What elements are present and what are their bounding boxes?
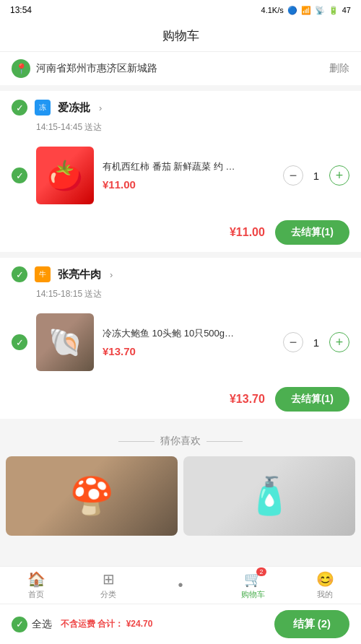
nav-item-mine[interactable]: 😊 我的 bbox=[289, 567, 361, 604]
product-price-2: ¥13.70 bbox=[103, 345, 274, 357]
select-all-label: 全选 bbox=[32, 618, 52, 631]
mine-icon: 😊 bbox=[316, 570, 334, 588]
nav-label-mine: 我的 bbox=[317, 589, 333, 600]
recommend-item-2[interactable]: 🧴 bbox=[183, 456, 355, 536]
store-card-1: ✓ 冻 爱冻批 › 14:15-14:45 送达 ✓ 🍅 有机西红柿 番茄 新鲜… bbox=[0, 91, 361, 252]
quantity-decrease-2[interactable]: − bbox=[283, 332, 303, 352]
card-footer-1: ¥11.00 去结算(1) bbox=[0, 213, 361, 252]
footer-total-1: ¥11.00 bbox=[230, 226, 265, 239]
store-arrow-1: › bbox=[99, 103, 102, 113]
nav-item-home[interactable]: 🏠 首页 bbox=[0, 567, 72, 604]
page-title: 购物车 bbox=[162, 27, 199, 44]
store-header-2[interactable]: ✓ 牛 张亮牛肉 › bbox=[0, 258, 361, 288]
select-all[interactable]: ✓ 全选 bbox=[12, 617, 52, 632]
product-row-2: ✓ 🐚 冷冻大鲍鱼 10头鲍 10只500g… ¥13.70 − 1 + bbox=[0, 308, 361, 380]
product-image-1: 🍅 bbox=[36, 147, 94, 204]
product-qty-1: − 1 + bbox=[283, 165, 349, 186]
delivery-time-1: 14:15-14:45 送达 bbox=[0, 121, 361, 141]
store-arrow-2: › bbox=[110, 269, 113, 280]
store-check-2[interactable]: ✓ bbox=[12, 266, 27, 282]
product-check-2[interactable]: ✓ bbox=[12, 334, 27, 350]
footer-total-2: ¥13.70 bbox=[230, 393, 265, 406]
bottom-checkout-button[interactable]: 结算 (2) bbox=[274, 610, 350, 638]
checkout-btn-1[interactable]: 去结算(1) bbox=[275, 220, 349, 245]
product-image-2: 🐚 bbox=[36, 313, 94, 371]
nav-bar: 🏠 首页 ⊞ 分类 • 🛒 2 购物车 😊 我的 bbox=[0, 566, 361, 604]
cart-badge: 2 bbox=[256, 567, 266, 576]
quantity-increase-1[interactable]: + bbox=[329, 165, 349, 186]
total-amount: ¥24.70 bbox=[126, 619, 153, 629]
store-check-1[interactable]: ✓ bbox=[12, 100, 27, 116]
home-icon: 🏠 bbox=[27, 570, 45, 588]
select-all-check[interactable]: ✓ bbox=[12, 617, 27, 632]
store-header-1[interactable]: ✓ 冻 爱冻批 › bbox=[0, 91, 361, 121]
signal-icon: 📶 bbox=[301, 6, 311, 15]
network-speed: 4.1K/s bbox=[261, 6, 284, 14]
card-footer-2: ¥13.70 去结算(1) bbox=[0, 380, 361, 419]
recommendation-grid: 🍄 🧴 bbox=[0, 456, 361, 536]
recommendation-title: 猜你喜欢 bbox=[0, 435, 361, 448]
quantity-value-2: 1 bbox=[310, 336, 322, 349]
store-icon-1: 冻 bbox=[35, 100, 51, 116]
battery-icon: 🔋 bbox=[329, 6, 339, 15]
product-check-1[interactable]: ✓ bbox=[12, 167, 27, 183]
category-icon: ⊞ bbox=[103, 570, 115, 588]
status-time: 13:54 bbox=[10, 5, 32, 15]
store-name-1: 爱冻批 bbox=[58, 101, 90, 115]
store-name-2: 张亮牛肉 bbox=[58, 268, 101, 282]
recommend-image-2: 🧴 bbox=[183, 456, 355, 536]
location-text: 河南省郑州市惠济区新城路 bbox=[36, 62, 157, 75]
status-bar: 13:54 4.1K/s 🔵 📶 📡 🔋 47 bbox=[0, 0, 361, 20]
status-right: 4.1K/s 🔵 📶 📡 🔋 47 bbox=[261, 6, 351, 15]
delete-location-button[interactable]: 删除 bbox=[329, 62, 349, 75]
page-header: 购物车 bbox=[0, 20, 361, 52]
battery-level: 47 bbox=[342, 6, 351, 14]
bottom-bar: ✓ 全选 不含运费 合计： ¥24.70 结算 (2) bbox=[0, 604, 361, 644]
product-qty-2: − 1 + bbox=[283, 332, 349, 352]
delivery-time-2: 14:15-18:15 送达 bbox=[0, 288, 361, 308]
quantity-value-1: 1 bbox=[310, 170, 322, 182]
nav-label-home: 首页 bbox=[28, 589, 44, 600]
location-icon: 📍 bbox=[12, 59, 30, 78]
recommend-item-1[interactable]: 🍄 bbox=[6, 456, 178, 536]
checkout-btn-2[interactable]: 去结算(1) bbox=[275, 387, 349, 412]
dot-icon: • bbox=[178, 577, 183, 593]
location-left: 📍 河南省郑州市惠济区新城路 bbox=[12, 59, 157, 78]
product-row-1: ✓ 🍅 有机西红柿 番茄 新鲜蔬菜 约 … ¥11.00 − 1 + bbox=[0, 141, 361, 213]
shipping-note: 不含运费 合计： bbox=[61, 619, 123, 629]
product-price-1: ¥11.00 bbox=[103, 178, 274, 191]
nav-item-cart[interactable]: 🛒 2 购物车 bbox=[217, 567, 289, 604]
bluetooth-icon: 🔵 bbox=[287, 6, 297, 15]
product-name-1: 有机西红柿 番茄 新鲜蔬菜 约 … bbox=[103, 160, 274, 173]
cart-badge-wrapper: 🛒 2 bbox=[244, 570, 262, 588]
location-bar[interactable]: 📍 河南省郑州市惠济区新城路 删除 bbox=[0, 52, 361, 85]
product-info-1: 有机西红柿 番茄 新鲜蔬菜 约 … ¥11.00 bbox=[103, 160, 274, 190]
wifi-icon: 📡 bbox=[315, 6, 325, 15]
nav-label-cart: 购物车 bbox=[241, 589, 265, 600]
nav-item-dot: • bbox=[144, 567, 217, 604]
recommend-image-1: 🍄 bbox=[6, 456, 178, 536]
product-info-2: 冷冻大鲍鱼 10头鲍 10只500g… ¥13.70 bbox=[103, 327, 274, 357]
store-card-2: ✓ 牛 张亮牛肉 › 14:15-18:15 送达 ✓ 🐚 冷冻大鲍鱼 10头鲍… bbox=[0, 258, 361, 419]
nav-item-category[interactable]: ⊞ 分类 bbox=[72, 567, 144, 604]
nav-label-category: 分类 bbox=[100, 589, 116, 600]
store-icon-2: 牛 bbox=[35, 266, 51, 282]
quantity-decrease-1[interactable]: − bbox=[283, 165, 303, 186]
product-name-2: 冷冻大鲍鱼 10头鲍 10只500g… bbox=[103, 327, 274, 340]
quantity-increase-2[interactable]: + bbox=[329, 332, 349, 352]
recommendation-section: 猜你喜欢 🍄 🧴 bbox=[0, 425, 361, 541]
bottom-total: 不含运费 合计： ¥24.70 bbox=[52, 618, 274, 630]
